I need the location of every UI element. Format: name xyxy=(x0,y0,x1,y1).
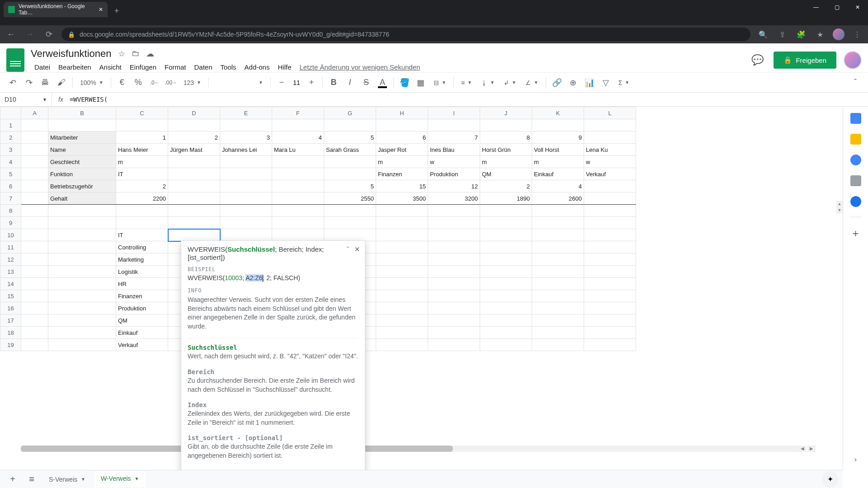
col-header[interactable]: F xyxy=(272,107,324,119)
undo-button[interactable]: ↶ xyxy=(5,75,20,90)
collapse-help-icon[interactable]: ˆ xyxy=(347,245,349,253)
close-window-button[interactable]: ✕ xyxy=(847,0,868,14)
sheet-tab-s-verweis[interactable]: S-Verweis▼ xyxy=(42,472,92,487)
font-size-increase[interactable]: + xyxy=(304,75,319,90)
extensions-icon[interactable]: 🧩 xyxy=(795,30,807,39)
keep-icon[interactable] xyxy=(850,134,861,145)
doc-title[interactable]: Verweisfunktionen xyxy=(31,48,112,60)
borders-button[interactable]: ▦ xyxy=(414,75,428,90)
zoom-select[interactable]: 100%▼ xyxy=(76,79,107,86)
maps-icon[interactable] xyxy=(850,196,861,207)
add-sheet-button[interactable]: + xyxy=(5,471,21,488)
col-header[interactable]: B xyxy=(48,107,116,119)
add-addon-icon[interactable]: + xyxy=(850,227,861,238)
new-tab-button[interactable]: + xyxy=(110,5,123,17)
link-button[interactable]: 🔗 xyxy=(550,75,564,90)
italic-button[interactable]: I xyxy=(343,75,357,90)
menu-tools[interactable]: Tools xyxy=(217,61,240,73)
minimize-button[interactable]: — xyxy=(806,0,826,14)
col-header[interactable]: I xyxy=(428,107,480,119)
move-icon[interactable]: 🗀 xyxy=(132,49,140,59)
browser-tab[interactable]: Verweisfunktionen - Google Tab… ✕ xyxy=(4,2,108,17)
font-size-control[interactable]: − + xyxy=(274,75,319,90)
col-header[interactable]: K xyxy=(532,107,584,119)
name-box[interactable]: D10▼ xyxy=(0,93,52,106)
profile-avatar[interactable] xyxy=(833,28,844,40)
close-icon[interactable]: ✕ xyxy=(99,6,103,13)
col-header[interactable]: J xyxy=(480,107,532,119)
menu-icon[interactable]: ⋮ xyxy=(851,30,863,39)
star-icon[interactable]: ☆ xyxy=(118,49,125,59)
vertical-scrollbar[interactable]: ▲ ▼ xyxy=(836,201,843,445)
number-format-select[interactable]: 123▼ xyxy=(180,79,205,86)
menu-einfuegen[interactable]: Einfügen xyxy=(126,61,160,73)
close-help-icon[interactable]: ✕ xyxy=(354,245,360,253)
functions-button[interactable]: Σ▼ xyxy=(615,79,633,86)
chart-button[interactable]: 📊 xyxy=(582,75,597,90)
share-button[interactable]: 🔒 Freigeben xyxy=(774,52,836,69)
comment-button[interactable]: ⊕ xyxy=(566,75,580,90)
scroll-down-icon[interactable]: ▼ xyxy=(836,207,843,213)
formula-input[interactable]: =WVERWEIS( xyxy=(70,96,868,103)
collapse-toolbar-button[interactable]: ˆ xyxy=(848,75,863,90)
explore-button[interactable]: ✦ xyxy=(822,471,838,488)
fill-color-button[interactable]: 🪣 xyxy=(397,75,412,90)
menu-hilfe[interactable]: Hilfe xyxy=(274,61,295,73)
select-all-corner[interactable] xyxy=(0,107,21,119)
back-icon[interactable]: ← xyxy=(5,30,17,39)
increase-decimal-button[interactable]: .00→ xyxy=(164,75,178,90)
zoom-icon[interactable]: 🔍 xyxy=(757,30,769,39)
wrap-button[interactable]: ↲▼ xyxy=(500,79,520,86)
menu-addons[interactable]: Add-ons xyxy=(241,61,274,73)
paint-format-button[interactable]: 🖌 xyxy=(54,75,69,90)
menu-format[interactable]: Format xyxy=(161,61,190,73)
horizontal-scrollbar[interactable] xyxy=(21,446,807,452)
scroll-right-icon[interactable]: ▶ xyxy=(807,446,816,452)
contacts-icon[interactable] xyxy=(850,175,861,186)
url-input[interactable]: 🔒 docs.google.com/spreadsheets/d/1RW5vYM… xyxy=(61,28,750,41)
rotate-button[interactable]: ∠▼ xyxy=(522,79,542,86)
last-edit-link[interactable]: Letzte Änderung vor wenigen Sekunden xyxy=(299,63,420,71)
col-header[interactable]: D xyxy=(168,107,220,119)
hide-sidepanel-icon[interactable]: › xyxy=(854,455,857,464)
sheet-tab-w-verweis[interactable]: W-Verweis▼ xyxy=(94,471,146,487)
menu-ansicht[interactable]: Ansicht xyxy=(96,61,125,73)
print-button[interactable]: 🖶 xyxy=(38,75,52,90)
font-select[interactable]: ▼ xyxy=(212,80,267,85)
font-size-input[interactable] xyxy=(290,79,303,86)
comments-button[interactable]: 💬 xyxy=(748,51,766,69)
col-header[interactable]: A xyxy=(21,107,48,119)
decrease-decimal-button[interactable]: .0← xyxy=(147,75,162,90)
cell[interactable]: Mitarbeiter xyxy=(48,131,116,144)
col-header[interactable]: E xyxy=(220,107,272,119)
sheets-logo-icon[interactable] xyxy=(6,48,24,72)
col-header[interactable]: L xyxy=(584,107,636,119)
tasks-icon[interactable] xyxy=(850,155,861,165)
halign-button[interactable]: ≡▼ xyxy=(458,79,476,86)
cloud-icon[interactable]: ☁ xyxy=(146,49,154,59)
strike-button[interactable]: S xyxy=(359,75,373,90)
calendar-icon[interactable] xyxy=(850,113,861,124)
reload-icon[interactable]: ⟳ xyxy=(42,29,55,39)
filter-button[interactable]: ▽ xyxy=(599,75,613,90)
font-size-decrease[interactable]: − xyxy=(274,75,289,90)
menu-bearbeiten[interactable]: Bearbeiten xyxy=(55,61,95,73)
forward-icon[interactable]: → xyxy=(24,30,36,39)
bookmark-icon[interactable]: ★ xyxy=(814,30,826,39)
scroll-left-icon[interactable]: ◀ xyxy=(798,446,807,452)
col-header[interactable]: H xyxy=(376,107,428,119)
merge-button[interactable]: ⊟▼ xyxy=(430,79,450,86)
maximize-button[interactable]: ▢ xyxy=(826,0,847,14)
share-url-icon[interactable]: ⇪ xyxy=(776,30,788,39)
col-header[interactable]: C xyxy=(116,107,168,119)
all-sheets-button[interactable]: ≡ xyxy=(24,471,40,488)
percent-button[interactable]: % xyxy=(131,75,146,90)
account-avatar[interactable] xyxy=(844,51,862,69)
currency-button[interactable]: € xyxy=(115,75,129,90)
scroll-up-icon[interactable]: ▲ xyxy=(836,201,843,207)
valign-button[interactable]: ⭳▼ xyxy=(477,79,498,86)
col-header[interactable]: G xyxy=(324,107,376,119)
menu-datei[interactable]: Datei xyxy=(31,61,54,73)
row-header[interactable]: 1 xyxy=(0,119,21,131)
menu-daten[interactable]: Daten xyxy=(191,61,216,73)
